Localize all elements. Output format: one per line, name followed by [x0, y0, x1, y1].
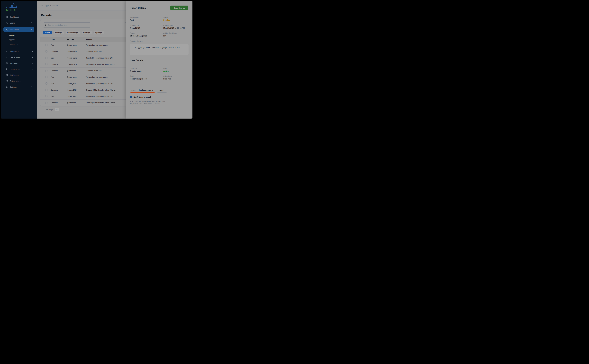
sidebar-item-suggestions[interactable]: Suggestions [1, 66, 37, 72]
filter-chip-posts[interactable]: Posts (5) [53, 31, 64, 34]
divider [130, 64, 188, 64]
apply-button[interactable]: Apply [157, 88, 167, 92]
reported-content-search [43, 22, 91, 28]
search-icon [45, 24, 46, 26]
chevron-down-icon [31, 69, 33, 70]
reported-content-search-input[interactable] [48, 24, 87, 26]
chevron-down-icon [31, 57, 33, 58]
filter-chip-all[interactable]: All (12) [43, 31, 52, 34]
chevron-down-icon [31, 51, 33, 52]
table-row[interactable]: Comment @sarah2025 I hate this stupid ap… [40, 67, 127, 74]
action-selected-value: Dismiss Report [138, 89, 151, 91]
credit-card-icon [6, 80, 8, 82]
row-checkbox[interactable] [45, 102, 47, 104]
notify-row: Notify User by email [130, 96, 188, 98]
cell-reporter: @sarah2025 [67, 70, 86, 72]
cell-type: User [51, 95, 67, 97]
user-fields-row-2: Email toxic@example.com Subscription Fre… [130, 75, 188, 80]
cell-type: Comment [51, 70, 67, 72]
row-checkbox[interactable] [45, 95, 47, 97]
check-icon [130, 97, 132, 98]
chevron-down-icon [31, 80, 33, 82]
email-value: toxic@example.com [130, 78, 163, 80]
gear-icon [6, 86, 8, 88]
cell-reporter: @user_mark [67, 76, 86, 78]
save-change-button[interactable]: Save Change [170, 6, 188, 10]
chevron-down-icon [152, 90, 154, 91]
reason-value: Offensive Language [130, 35, 163, 37]
lightbulb-icon [6, 68, 8, 70]
sidebar-item-dashboard[interactable]: Dashboard [1, 14, 37, 20]
cell-snippet: I hate this stupid app [86, 70, 127, 72]
table-row[interactable]: User @user_mark Reported for spamming li… [40, 93, 127, 100]
row-checkbox[interactable] [45, 63, 47, 65]
cell-reporter: @user_mark [67, 95, 86, 97]
table-row[interactable]: Post @user_mark This product is a scam a… [40, 42, 127, 48]
cell-type: User [51, 83, 67, 84]
filter-chip-spam[interactable]: Spam (2) [93, 31, 104, 34]
user-status-badge: Active [163, 70, 188, 72]
cell-type: Post [51, 76, 67, 78]
sidebar-item-moderation-tools[interactable]: Moderation [1, 48, 37, 54]
table-row[interactable]: Comment @sarah2025 Giveaway! Click here … [40, 87, 127, 93]
cell-type: User [51, 57, 67, 59]
action-row: Action : Dismiss Report Apply [130, 88, 188, 93]
row-checkbox[interactable] [45, 70, 47, 72]
row-checkbox[interactable] [45, 57, 47, 59]
sidebar-subitem-reports[interactable]: Reports [1, 33, 37, 38]
table-row[interactable]: Comment @sarah2025 I hate this stupid ap… [40, 48, 127, 55]
table-row[interactable]: Comment @sarah2025 Giveaway! Click here … [40, 100, 127, 106]
sidebar-item-subscriptions[interactable]: Subscriptions [1, 78, 37, 84]
sidebar-item-label: Dashboard [10, 16, 33, 18]
sidebar-item-messages[interactable]: Messages [1, 60, 37, 66]
sidebar-item-ai-chatbot[interactable]: AI AI Chatbot [1, 72, 37, 78]
filter-chips: All (12) Posts (5) Comments (3) Users (2… [43, 31, 104, 34]
filter-chip-users[interactable]: Users (2) [81, 31, 92, 34]
sidebar-item-label: Users [10, 22, 31, 24]
row-checkbox[interactable] [45, 76, 47, 78]
row-checkbox[interactable] [45, 50, 47, 52]
mail-icon [6, 62, 8, 65]
table-row[interactable]: Comment @sarah2025 Giveaway! Click here … [40, 61, 127, 67]
column-header-type: Type [51, 39, 67, 40]
page-size-value[interactable]: 15 [55, 108, 59, 111]
sidebar-item-users[interactable]: Users [1, 20, 37, 26]
sidebar-subitem-banned-list[interactable]: Banned List [1, 42, 37, 46]
action-note: Note : This user will be permanently ban… [130, 100, 167, 105]
action-dropdown[interactable]: Action : Dismiss Report [130, 88, 155, 93]
filter-chip-comments[interactable]: Comments (3) [65, 31, 80, 34]
cell-type: Post [51, 44, 67, 46]
sidebar-item-label: Moderation [10, 50, 31, 52]
table-row[interactable]: User @user_mark Reported for spamming li… [40, 55, 127, 61]
sidebar-item-label: Subscriptions [10, 80, 31, 82]
cell-snippet: Giveaway! Click here for a free iPhone..… [86, 89, 127, 91]
report-type-value: Post [130, 19, 163, 21]
chevron-down-icon [31, 22, 33, 23]
global-search-input[interactable] [45, 4, 82, 7]
status-label: Status [163, 16, 188, 18]
cell-snippet: Reported for spamming links in DMs [86, 83, 127, 84]
row-checkbox[interactable] [45, 89, 47, 91]
reason-label: Reason [130, 32, 163, 34]
grid-icon [6, 16, 8, 18]
sidebar-item-moderation-active[interactable]: Moderation [3, 27, 34, 32]
cell-snippet: This product is a scam and... [86, 76, 127, 78]
table-row[interactable]: Post @user_mark This product is a scam a… [40, 74, 127, 80]
tools-icon [6, 50, 8, 53]
sidebar-item-leaderboard[interactable]: Leaderboard [1, 54, 37, 60]
row-checkbox[interactable] [45, 44, 47, 46]
moderation-subnav: Reports Appeals Banned List [1, 33, 37, 46]
sidebar-subitem-appeals[interactable]: Appeals [1, 38, 37, 42]
row-checkbox[interactable] [45, 82, 47, 84]
reported-content-label: Reported Content [130, 40, 188, 42]
cell-type: Comment [51, 102, 67, 104]
logo-text-ninja: NINJA [6, 8, 16, 12]
table-row[interactable]: User @user_mark Reported for spamming li… [40, 80, 127, 87]
chevron-down-icon [31, 86, 33, 87]
notify-checkbox[interactable] [130, 96, 132, 98]
sidebar-item-settings[interactable]: Settings [1, 84, 37, 90]
notify-label: Notify User by email [133, 96, 151, 98]
sidebar-item-label: Suggestions [10, 68, 31, 70]
user-fields-row-1: Username @toxic_poster Status Active [130, 67, 188, 72]
chart-icon [6, 56, 8, 58]
